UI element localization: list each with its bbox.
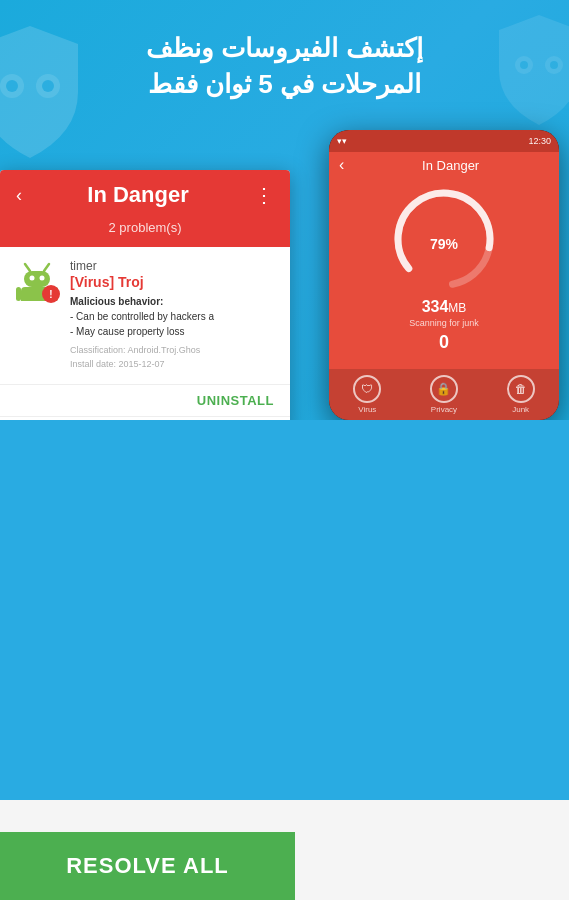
phone-status-bar: ▾▾ 12:30 (329, 130, 559, 152)
arabic-heading: إكتشف الفيروسات ونظف المرحلات في 5 ثوان … (0, 30, 569, 103)
clock: 12:30 (528, 136, 551, 146)
card-title: In Danger (22, 182, 254, 208)
phone-nav-privacy: 🔒 Privacy (430, 375, 458, 414)
virus-desc-line2: - May cause property loss (70, 326, 185, 337)
phone-nav-junk-label: Junk (512, 405, 529, 414)
phone-gauge-area: 79% 334MB Scanning for junk 0 (389, 178, 499, 369)
gauge-percent-value: 79% (430, 222, 458, 256)
virus-app-name: timer (70, 259, 274, 273)
virus-info: timer [Virus] Troj Malicious behavior: -… (70, 259, 274, 372)
phone-nav-shield-icon: 🛡 (353, 375, 381, 403)
resolve-all-label: RESOLVE ALL (66, 853, 229, 879)
virus-install-date: Install date: 2015-12-07 (70, 357, 274, 371)
resolve-all-button[interactable]: RESOLVE ALL (0, 832, 295, 900)
svg-line-10 (25, 264, 30, 271)
svg-line-11 (44, 264, 49, 271)
phone-mockup: ▾▾ 12:30 ‹ In Danger 79% (329, 130, 559, 420)
card-top-bar: ‹ In Danger ⋮ (0, 170, 290, 220)
arabic-line1: إكتشف الفيروسات ونظف (20, 30, 549, 66)
phone-nav-virus-label: Virus (358, 405, 376, 414)
virus-desc-header: Malicious behavior: (70, 296, 163, 307)
virus-meta: Classification: Android.Troj.Ghos Instal… (70, 343, 274, 372)
gauge-circle: 79% (389, 184, 499, 294)
virus-classification: Classification: Android.Troj.Ghos (70, 343, 274, 357)
card-panel: ‹ In Danger ⋮ 2 problem(s) (0, 170, 290, 420)
svg-rect-12 (24, 271, 50, 287)
gauge-unit: % (446, 236, 458, 252)
svg-point-13 (30, 276, 35, 281)
junk-list-item: 🗑 681 MB junk 36 apps scanned (0, 417, 290, 420)
virus-description: Malicious behavior: - Can be controlled … (70, 294, 274, 339)
phone-screen: ‹ In Danger 79% 334MB (329, 152, 559, 420)
svg-point-14 (40, 276, 45, 281)
arabic-line2: المرحلات في 5 ثوان فقط (20, 66, 549, 102)
signal-icons: ▾▾ (337, 136, 347, 146)
virus-name: [Virus] Troj (70, 274, 274, 290)
phone-nav-junk: 🗑 Junk (507, 375, 535, 414)
phone-nav-privacy-label: Privacy (431, 405, 457, 414)
android-icon-wrap: ! (16, 259, 58, 301)
zero-value: 0 (439, 332, 449, 353)
uninstall-button[interactable]: UNINSTALL (197, 393, 274, 408)
virus-badge-icon: ! (42, 285, 60, 303)
scanning-text: Scanning for junk (409, 318, 479, 328)
top-section: إكتشف الفيروسات ونظف المرحلات في 5 ثوان … (0, 0, 569, 420)
phone-nav-lock-icon: 🔒 (430, 375, 458, 403)
phone-bottom-nav: 🛡 Virus 🔒 Privacy 🗑 Junk (329, 369, 559, 420)
uninstall-btn-row: UNINSTALL (0, 385, 290, 417)
phone-back-arrow-icon: ‹ (339, 156, 344, 174)
svg-rect-16 (16, 287, 21, 301)
virus-list-item: ! timer [Virus] Troj Malicious behavior:… (0, 247, 290, 385)
phone-nav-virus: 🛡 Virus (353, 375, 381, 414)
card-subtitle: 2 problem(s) (0, 220, 290, 247)
phone-nav-trash-icon: 🗑 (507, 375, 535, 403)
virus-desc-line1: - Can be controlled by hackers a (70, 311, 214, 322)
card-menu-button[interactable]: ⋮ (254, 183, 274, 207)
